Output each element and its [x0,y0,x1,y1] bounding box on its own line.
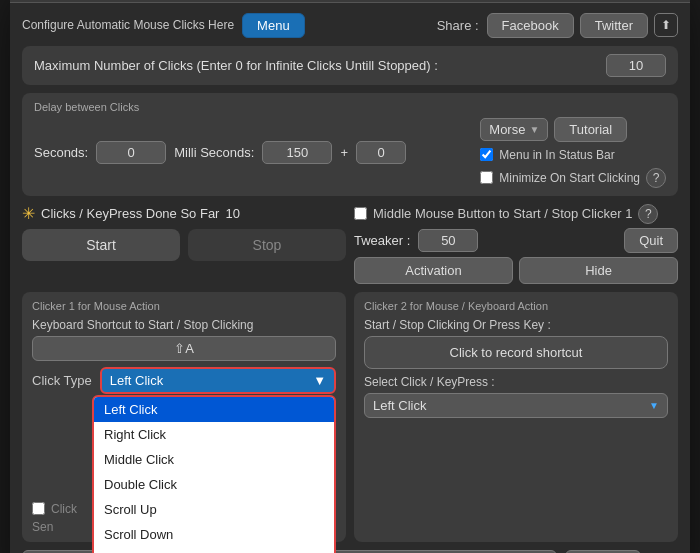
mode-label: Morse [489,122,525,137]
menu-status-label: Menu in In Status Bar [499,148,614,162]
ms-offset-input[interactable] [356,141,406,164]
delay-panel: Delay between Clicks Seconds: Milli Seco… [22,93,678,196]
menu-item-hold-left[interactable]: Hold Left Button Down [94,547,334,554]
menu-item-left-click[interactable]: Left Click [94,397,334,422]
share-label: Share : [437,18,479,33]
record-shortcut-button[interactable]: Click to record shortcut [364,336,668,369]
activation-quit-row: Activation Hide [354,257,678,284]
start-stop-row: Start Stop [22,229,346,261]
shortcut-label: Keyboard Shortcut to Start / Stop Clicki… [32,318,336,332]
delay-row: Seconds: Milli Seconds: + Morse ▼ Tutori… [34,117,666,188]
menu-status-row: Menu in In Status Bar [480,148,666,162]
ms-label: Milli Seconds: [174,145,254,160]
click-type-label: Click Type [32,373,92,388]
titlebar: Auto Clicker by MurGaa.com [10,0,690,3]
delay-label: Delay between Clicks [34,101,666,113]
select-click-value: Left Click [373,398,426,413]
mode-row: Morse ▼ Tutorial [480,117,666,142]
middle-section: ✳ Clicks / KeyPress Done So Far 10 Start… [22,204,678,284]
click-type-row: Click Type Left Click ▼ Left Click Right… [32,367,336,394]
share-buttons: Facebook Twitter ⬆ [487,13,678,38]
shortcut-value: ⇧A [174,341,194,356]
menu-item-scroll-down[interactable]: Scroll Down [94,522,334,547]
click-type-menu: Left Click Right Click Middle Click Doub… [92,395,336,554]
clicker2-panel: Clicker 2 for Mouse / Keyboard Action St… [354,292,678,542]
activation-button[interactable]: Activation [354,257,513,284]
start-button[interactable]: Start [22,229,180,261]
stop-button[interactable]: Stop [188,229,346,261]
mode-chevron: ▼ [529,124,539,135]
configure-label: Configure Automatic Mouse Clicks Here [22,18,234,32]
plus-label: + [340,145,348,160]
click-label: Click [51,502,77,516]
clicker2-start-stop-label: Start / Stop Clicking Or Press Key : [364,318,668,332]
minimize-start-checkbox[interactable] [480,171,493,184]
mouse-help-button[interactable]: ? [638,204,658,224]
menu-item-scroll-up[interactable]: Scroll Up [94,497,334,522]
shortcut-display[interactable]: ⇧A [32,336,336,361]
main-content: Configure Automatic Mouse Clicks Here Me… [10,3,690,554]
max-clicks-panel: Maximum Number of Clicks (Enter 0 for In… [22,46,678,85]
refresh-button[interactable]: Refresh [565,550,641,554]
max-clicks-row: Maximum Number of Clicks (Enter 0 for In… [34,54,666,77]
minimize-help-button[interactable]: ? [646,168,666,188]
menu-item-double-click[interactable]: Double Click [94,472,334,497]
max-clicks-input[interactable] [606,54,666,77]
seconds-label: Seconds: [34,145,88,160]
clicks-done-row: ✳ Clicks / KeyPress Done So Far 10 [22,204,346,223]
minimize-start-row: Minimize On Start Clicking ? [480,168,666,188]
clicker1-title: Clicker 1 for Mouse Action [32,300,336,312]
top-bar: Configure Automatic Mouse Clicks Here Me… [22,13,678,38]
delay-right: Morse ▼ Tutorial Menu in In Status Bar M… [480,117,666,188]
click-type-dropdown[interactable]: Left Click ▼ [100,367,336,394]
main-window: Auto Clicker by MurGaa.com Configure Aut… [10,0,690,553]
select-click-dropdown[interactable]: Left Click ▼ [364,393,668,418]
menu-status-checkbox[interactable] [480,148,493,161]
clicker1-panel: Clicker 1 for Mouse Action Keyboard Shor… [22,292,346,542]
middle-mouse-checkbox[interactable] [354,207,367,220]
selected-click: Left Click [110,373,163,388]
tweaker-row: Tweaker : Quit [354,228,678,253]
mode-dropdown[interactable]: Morse ▼ [480,118,548,141]
tutorial-button[interactable]: Tutorial [554,117,627,142]
middle-right: Middle Mouse Button to Start / Stop Clic… [354,204,678,284]
menu-button[interactable]: Menu [242,13,305,38]
two-column: Clicker 1 for Mouse Action Keyboard Shor… [22,292,678,542]
menu-item-middle-click[interactable]: Middle Click [94,447,334,472]
click-checkbox[interactable] [32,502,45,515]
ms-input[interactable] [262,141,332,164]
clicker2-title: Clicker 2 for Mouse / Keyboard Action [364,300,668,312]
clicks-done-count: 10 [225,206,239,221]
middle-left: ✳ Clicks / KeyPress Done So Far 10 Start… [22,204,346,284]
dropdown-chevron: ▼ [313,373,326,388]
max-clicks-label: Maximum Number of Clicks (Enter 0 for In… [34,58,438,73]
quit-button[interactable]: Quit [624,228,678,253]
tweaker-label: Tweaker : [354,233,410,248]
tweaker-input[interactable] [418,229,478,252]
sun-icon: ✳ [22,204,35,223]
mouse-button-row: Middle Mouse Button to Start / Stop Clic… [354,204,678,224]
select-chevron: ▼ [649,400,659,411]
minimize-start-label: Minimize On Start Clicking [499,171,640,185]
menu-item-right-click[interactable]: Right Click [94,422,334,447]
clicks-done-label: Clicks / KeyPress Done So Far [41,206,219,221]
select-click-label: Select Click / KeyPress : [364,375,668,389]
twitter-button[interactable]: Twitter [580,13,648,38]
hide-button[interactable]: Hide [519,257,678,284]
seconds-input[interactable] [96,141,166,164]
facebook-button[interactable]: Facebook [487,13,574,38]
middle-mouse-label: Middle Mouse Button to Start / Stop Clic… [373,206,632,221]
share-icon[interactable]: ⬆ [654,13,678,37]
